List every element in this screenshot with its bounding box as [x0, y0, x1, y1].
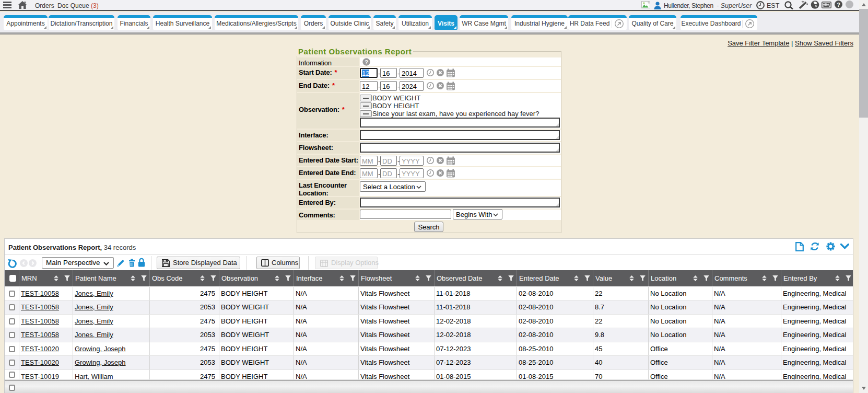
svg-text:?: ?: [365, 59, 368, 65]
svg-text:?: ?: [837, 2, 840, 8]
